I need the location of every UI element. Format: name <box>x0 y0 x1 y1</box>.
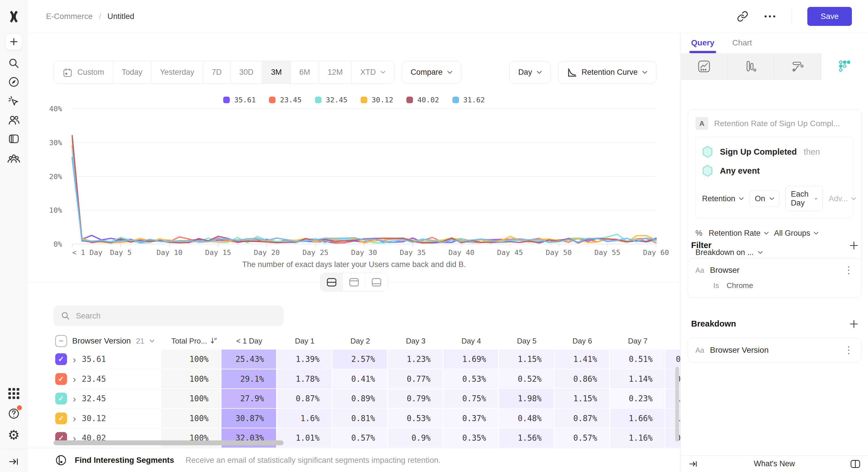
row-checkbox[interactable]: ✓ <box>55 412 67 424</box>
row-expand-icon[interactable]: › <box>73 413 76 423</box>
row-expand-icon[interactable]: › <box>73 355 76 364</box>
table-header-day-5[interactable]: Day 5 <box>499 332 555 349</box>
range-custom[interactable]: Custom <box>54 61 113 83</box>
breakdown-property-name[interactable]: Browser Version <box>710 345 769 355</box>
range-6m[interactable]: 6M <box>291 61 319 83</box>
interval-dropdown[interactable]: Each Day <box>785 186 823 211</box>
vertical-scrollbar[interactable] <box>675 367 679 441</box>
save-button[interactable]: Save <box>807 7 852 26</box>
legend-item[interactable]: 40.02 <box>406 96 439 104</box>
table-row-label[interactable]: ✓›30.12 <box>54 409 161 429</box>
row-expand-icon[interactable]: › <box>73 394 76 404</box>
sort-icon[interactable] <box>210 337 217 345</box>
flows-chart-icon[interactable] <box>775 53 822 80</box>
legend-item[interactable]: 31.62 <box>453 96 485 104</box>
search-nav-icon[interactable] <box>7 56 21 70</box>
collapse-panel-icon[interactable] <box>688 459 699 469</box>
groups-dropdown[interactable]: All Groups <box>774 229 818 238</box>
filter-card[interactable]: Aa Browser ⋮ Is Chrome <box>688 258 861 298</box>
table-row-label[interactable]: ✓›35.61 <box>54 349 161 369</box>
layout-chart-only-button[interactable] <box>343 273 365 292</box>
row-checkbox[interactable]: ✓ <box>55 373 67 385</box>
range-today[interactable]: Today <box>113 61 151 83</box>
apps-grid-icon[interactable] <box>7 386 21 400</box>
range-yesterday[interactable]: Yesterday <box>151 61 203 83</box>
layout-table-only-button[interactable] <box>365 273 388 292</box>
table-header--1-day[interactable]: < 1 Day <box>221 332 277 349</box>
cell-day-6: 0.87% <box>555 409 610 429</box>
layout-split-button[interactable] <box>320 273 343 292</box>
range-3m[interactable]: 3M <box>262 61 291 83</box>
more-options-icon[interactable] <box>764 15 776 18</box>
tab-query[interactable]: Query <box>691 38 714 53</box>
table-header-day-7[interactable]: Day 7 <box>610 332 665 349</box>
cell-day-2: 2.57% <box>333 349 388 369</box>
table-header-total[interactable]: Total Pro... <box>161 332 221 349</box>
second-event-row[interactable]: Any event <box>702 161 847 180</box>
table-header-day-6[interactable]: Day 6 <box>555 332 610 349</box>
row-checkbox[interactable]: ✓ <box>55 353 67 365</box>
filter-kebab-menu-icon[interactable]: ⋮ <box>844 266 854 274</box>
chart-style-dropdown[interactable]: Retention Curve <box>558 61 656 83</box>
table-header-day-3[interactable]: Day 3 <box>388 332 443 349</box>
add-breakdown-icon[interactable] <box>849 319 858 328</box>
discover-compass-icon[interactable] <box>7 75 21 89</box>
step-title-input[interactable]: Retention Rate of Sign Up Compl... <box>714 119 840 128</box>
report-title[interactable]: Untitled <box>107 12 134 21</box>
help-icon[interactable] <box>7 407 21 420</box>
cell-day-1: 1.6% <box>277 409 333 429</box>
tab-chart[interactable]: Chart <box>732 38 752 53</box>
advanced-dropdown[interactable]: Adv... <box>829 194 856 203</box>
add-filter-icon[interactable] <box>849 241 858 250</box>
granularity-dropdown[interactable]: Day <box>509 61 551 83</box>
first-event-row[interactable]: Sign Up Completed then <box>702 142 847 161</box>
row-expand-icon[interactable]: › <box>73 374 76 384</box>
breakdown-card[interactable]: Aa Browser Version ⋮ <box>688 338 861 363</box>
table-header-day-1[interactable]: Day 1 <box>277 332 333 349</box>
range-xtd[interactable]: XTD <box>352 61 394 83</box>
table-header-day-4[interactable]: Day 4 <box>443 332 499 349</box>
activity-cursor-icon[interactable] <box>7 94 21 108</box>
range-7d[interactable]: 7D <box>203 61 231 83</box>
users-nav-icon[interactable] <box>7 113 21 127</box>
granularity-label: Day <box>518 68 532 77</box>
on-dropdown[interactable]: On <box>749 191 780 207</box>
search-input[interactable] <box>76 312 276 321</box>
copy-link-icon[interactable] <box>737 11 748 22</box>
then-label: then <box>804 147 820 157</box>
horizontal-scrollbar[interactable] <box>54 440 284 445</box>
range-30d[interactable]: 30D <box>231 61 262 83</box>
legend-item[interactable]: 32.45 <box>315 96 347 104</box>
boards-nav-icon[interactable] <box>7 132 21 146</box>
breadcrumb-project[interactable]: E-Commerce <box>46 12 93 21</box>
mixpanel-logo[interactable] <box>7 10 21 24</box>
metric-dropdown[interactable]: Retention Rate <box>709 229 769 238</box>
breakdown-kebab-menu-icon[interactable]: ⋮ <box>844 346 854 354</box>
funnels-chart-icon[interactable] <box>727 53 775 80</box>
whats-new-link[interactable]: What's New <box>699 459 850 468</box>
table-row-label[interactable]: ✓›32.45 <box>54 389 161 409</box>
retention-chart-icon[interactable] <box>822 53 868 80</box>
legend-item[interactable]: 35.61 <box>223 96 256 104</box>
retention-type-dropdown[interactable]: Retention <box>702 194 744 203</box>
find-interesting-segments-link[interactable]: Find Interesting Segments <box>75 456 174 465</box>
row-checkbox[interactable]: ✓ <box>55 393 67 404</box>
community-nav-icon[interactable] <box>7 152 21 166</box>
svg-text:Day 10: Day 10 <box>156 248 182 257</box>
row-label: 30.12 <box>82 414 106 423</box>
compare-button[interactable]: Compare <box>402 61 461 83</box>
range-12m[interactable]: 12M <box>319 61 352 83</box>
select-all-checkbox[interactable]: − <box>55 335 67 347</box>
legend-item[interactable]: 30.12 <box>361 96 393 104</box>
expand-sidebar-icon[interactable] <box>7 455 21 469</box>
split-view-icon[interactable] <box>850 459 861 469</box>
filter-value[interactable]: Chrome <box>726 281 753 290</box>
settings-gear-icon[interactable]: ⚙ <box>8 428 20 441</box>
create-button[interactable] <box>5 33 22 50</box>
filter-property-name[interactable]: Browser <box>710 266 740 275</box>
table-row-label[interactable]: ✓›23.45 <box>54 369 161 389</box>
legend-item[interactable]: 23.45 <box>269 96 302 104</box>
insights-chart-icon[interactable] <box>681 53 727 80</box>
table-header-day-2[interactable]: Day 2 <box>333 332 388 349</box>
filter-operator[interactable]: Is <box>713 281 719 290</box>
